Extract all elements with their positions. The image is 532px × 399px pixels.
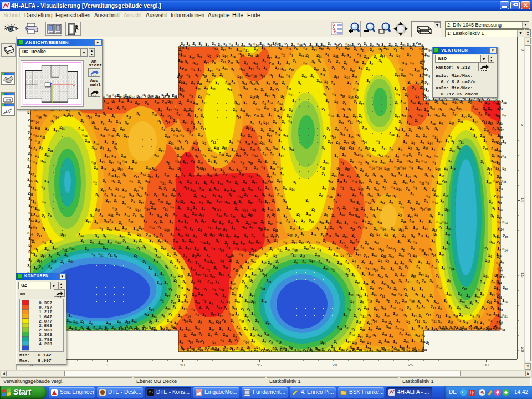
svg-text:10: 10 bbox=[180, 362, 185, 367]
svg-text:5: 5 bbox=[106, 362, 109, 367]
svg-text:10: 10 bbox=[520, 197, 524, 203]
svg-text:0: 0 bbox=[520, 49, 524, 52]
svg-text:5: 5 bbox=[520, 124, 524, 126]
svg-text:123: 123 bbox=[5, 99, 11, 103]
svg-text:25: 25 bbox=[408, 362, 413, 367]
svg-text:20: 20 bbox=[332, 362, 337, 367]
svg-text:20: 20 bbox=[520, 347, 524, 352]
svg-text:x: x bbox=[73, 83, 75, 86]
svg-text:15: 15 bbox=[520, 272, 524, 278]
svg-text:30: 30 bbox=[483, 362, 489, 367]
svg-text:4.228: 4.228 bbox=[39, 341, 52, 346]
svg-text:15: 15 bbox=[257, 362, 262, 367]
